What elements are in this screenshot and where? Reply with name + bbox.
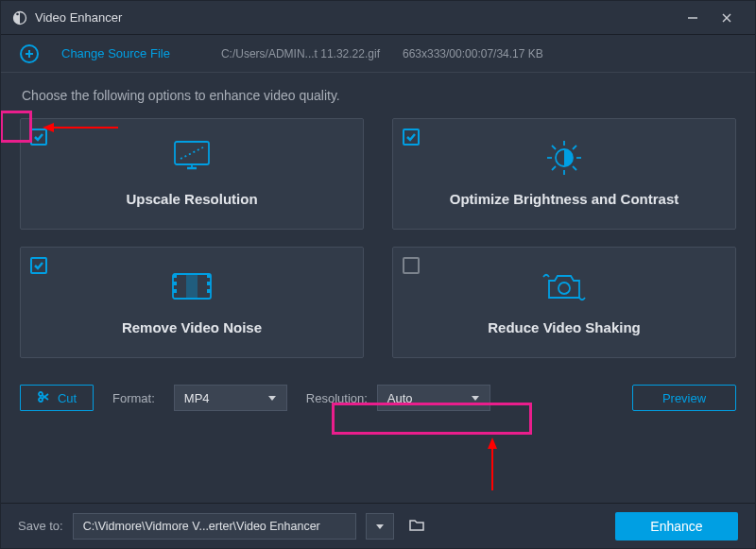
change-source-link[interactable]: Change Source File (61, 46, 170, 60)
svg-line-16 (552, 146, 556, 149)
card-label: Optimize Brightness and Contrast (450, 191, 679, 207)
film-noise-icon (167, 268, 216, 307)
source-row: Change Source File C:/Users/ADMIN...t 11… (1, 35, 755, 73)
prompt-text: Choose the following options to enhance … (22, 88, 736, 103)
checkbox-denoise[interactable] (30, 257, 47, 274)
svg-marker-33 (268, 396, 276, 401)
card-remove-noise[interactable]: Remove Video Noise (20, 247, 364, 358)
titlebar: Video Enhancer (1, 1, 755, 35)
enhance-label: Enhance (650, 519, 702, 534)
main-area: Choose the following options to enhance … (1, 73, 755, 503)
format-label: Format: (112, 391, 155, 405)
svg-rect-26 (207, 282, 211, 285)
app-title: Video Enhancer (35, 10, 122, 25)
card-upscale-resolution[interactable]: Upscale Resolution (20, 118, 364, 230)
cut-label: Cut (58, 391, 77, 405)
scissors-icon (37, 390, 50, 406)
camera-shake-icon (538, 267, 591, 308)
svg-line-8 (180, 147, 203, 159)
save-to-label: Save to: (18, 519, 63, 533)
svg-marker-38 (488, 437, 497, 449)
resolution-label: Resolution: (306, 391, 368, 405)
source-file-path: C:/Users/ADMIN...t 11.32.22.gif (221, 47, 380, 60)
svg-line-17 (573, 166, 576, 170)
preview-label: Preview (662, 391, 706, 405)
options-row: Cut Format: MP4 Resolution: Auto Preview (20, 385, 736, 411)
svg-point-1 (16, 12, 19, 15)
footer: Save to: C:\Vidmore\Vidmore V...erter\Vi… (1, 503, 755, 548)
card-reduce-shaking[interactable]: Reduce Video Shaking (392, 247, 736, 358)
cut-button[interactable]: Cut (20, 385, 94, 411)
svg-marker-34 (472, 396, 479, 401)
save-path-input[interactable]: C:\Vidmore\Vidmore V...erter\Video Enhan… (73, 513, 356, 540)
svg-marker-39 (376, 524, 384, 529)
svg-rect-25 (207, 274, 211, 278)
close-button[interactable] (710, 1, 744, 35)
format-value: MP4 (184, 391, 210, 405)
annotation-arrow-up (487, 437, 498, 493)
chevron-down-icon (267, 391, 277, 405)
svg-rect-7 (175, 142, 209, 164)
svg-rect-22 (173, 274, 177, 278)
open-folder-button[interactable] (404, 513, 430, 540)
svg-line-18 (573, 146, 576, 149)
source-file-meta: 663x333/00:00:07/34.17 KB (403, 47, 543, 60)
card-label: Upscale Resolution (126, 191, 257, 207)
card-optimize-brightness[interactable]: Optimize Brightness and Contrast (392, 118, 736, 230)
svg-point-28 (558, 283, 570, 294)
checkbox-optimize[interactable] (403, 129, 420, 146)
brightness-contrast-icon (541, 137, 587, 181)
monitor-upscale-icon (170, 138, 214, 180)
folder-icon (408, 516, 425, 536)
minimize-button[interactable] (676, 1, 710, 35)
checkbox-upscale[interactable] (30, 129, 47, 146)
resolution-value: Auto (387, 391, 413, 405)
save-path-value: C:\Vidmore\Vidmore V...erter\Video Enhan… (83, 520, 320, 533)
add-file-icon[interactable] (20, 44, 39, 63)
card-label: Remove Video Noise (122, 319, 262, 335)
resolution-group: Resolution: Auto (306, 385, 490, 411)
card-label: Reduce Video Shaking (488, 319, 640, 335)
enhance-button[interactable]: Enhance (615, 512, 738, 540)
svg-rect-27 (207, 289, 211, 293)
enhance-options-grid: Upscale Resolution (20, 118, 736, 358)
svg-rect-21 (186, 274, 198, 299)
svg-line-19 (552, 166, 556, 170)
app-logo-icon (12, 10, 27, 26)
svg-rect-23 (173, 282, 177, 285)
resolution-select[interactable]: Auto (377, 385, 490, 411)
chevron-down-icon (471, 391, 480, 405)
format-select[interactable]: MP4 (174, 385, 287, 411)
svg-rect-24 (173, 289, 177, 293)
checkbox-deshake[interactable] (403, 257, 420, 274)
preview-button[interactable]: Preview (632, 385, 736, 411)
video-enhancer-window: Video Enhancer Change Source File C:/Use… (0, 0, 756, 549)
save-path-dropdown[interactable] (366, 513, 394, 540)
